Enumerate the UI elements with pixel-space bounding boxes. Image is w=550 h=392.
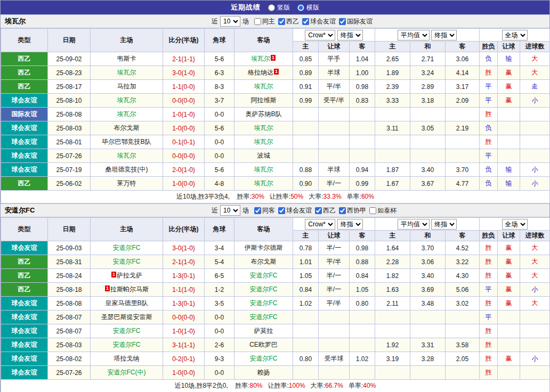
team-name[interactable]: 安道尔FC (113, 258, 141, 265)
team-name[interactable]: 萨拉戈萨 (117, 272, 142, 279)
handicap-away-odds: 0.98 (350, 241, 375, 255)
layout-option-horizontal[interactable]: 横版 (297, 3, 319, 12)
odds-company-select[interactable]: Crow* (305, 219, 335, 230)
team-name[interactable]: 布尔戈斯 (114, 124, 140, 132)
odds-stage-select[interactable]: 终指 (337, 30, 363, 40)
team-name[interactable]: 拉斯帕尔马斯 (110, 285, 149, 293)
team-name[interactable]: CE欧罗巴 (249, 341, 278, 348)
team-name[interactable]: 安道尔FC (250, 299, 278, 307)
team-name[interactable]: 埃瓦尔 (254, 124, 273, 132)
filter-checkbox[interactable] (339, 18, 346, 25)
filter-checkbox[interactable] (302, 18, 309, 25)
average-odds-select[interactable]: 平均值 (398, 30, 430, 40)
team-name[interactable]: 安道尔FC (250, 313, 278, 321)
team-name[interactable]: 安道尔FC(中) (108, 369, 146, 376)
filter-checkbox[interactable] (254, 18, 261, 25)
filter-checkbox-label: 西乙 (286, 17, 299, 26)
summary-record: 近10场,胜3平3负4, (176, 193, 231, 200)
team-name[interactable]: 安道尔FC (250, 285, 278, 293)
filter-checkbox-option[interactable]: 球会友谊 (278, 206, 312, 215)
team-name[interactable]: 埃瓦尔 (117, 96, 136, 104)
team-header-bar: 安道尔FC 近 10 场 同客球会友谊西乙西协甲如泰杯 (1, 203, 549, 217)
horizontal-layout-radio[interactable] (297, 4, 304, 11)
result-goals-cell: 大 (520, 52, 550, 66)
result-wdl-cell: 平 (480, 94, 498, 108)
team-name[interactable]: 伊斯卡尔德斯 (245, 244, 283, 251)
team-name[interactable]: 埃瓦尔 (254, 179, 273, 187)
home-team-cell: 马拉加 (91, 80, 163, 94)
filter-checkbox-option[interactable]: 球会友谊 (302, 17, 336, 26)
home-team-cell: 埃瓦尔 (91, 108, 163, 121)
filter-checkbox[interactable] (339, 207, 346, 214)
handicap-home-odds: 0.84 (293, 283, 319, 297)
team-name[interactable]: 布尔戈斯 (251, 258, 277, 265)
odds-stage-select[interactable]: 终指 (337, 219, 363, 230)
team-name[interactable]: 奥萨苏纳B队 (245, 110, 281, 118)
filter-checkbox-label: 球会友谊 (286, 206, 312, 215)
vertical-layout-radio[interactable] (268, 4, 275, 11)
corner-cell: 0-0 (205, 324, 234, 338)
team-name[interactable]: 莱万特 (117, 179, 136, 187)
result-handicap-cell (498, 121, 520, 135)
result-wdl-cell: 胜 (480, 66, 498, 80)
filter-checkbox[interactable] (369, 207, 376, 214)
team-name[interactable]: 赖扬 (257, 369, 270, 376)
filter-checkbox[interactable] (315, 207, 322, 214)
team-name[interactable]: 桑坦德竞技(中) (106, 166, 148, 173)
filter-checkbox[interactable] (278, 18, 285, 25)
team-name[interactable]: 格拉纳达 (248, 69, 273, 76)
average-stage-select[interactable]: 终指 (431, 219, 457, 230)
team-name[interactable]: 安道尔FC (113, 341, 141, 348)
handicap-away-odds: 1.02 (350, 352, 375, 366)
team-name[interactable]: 埃瓦尔 (251, 55, 270, 62)
team-name[interactable]: 圣瑟巴斯提安雷斯 (101, 313, 152, 321)
filter-checkbox-option[interactable]: 西乙 (315, 206, 336, 215)
filter-checkbox-option[interactable]: 如泰杯 (369, 206, 397, 215)
team-name[interactable]: 塔拉戈纳 (114, 355, 140, 362)
recent-count-select[interactable]: 10 (220, 205, 240, 216)
filter-checkbox-option[interactable]: 同主 (254, 17, 275, 26)
team-name[interactable]: 安道尔FC (113, 244, 141, 251)
team-name[interactable]: 韦斯卡 (117, 55, 136, 62)
filter-checkbox-option[interactable]: 西乙 (278, 17, 299, 26)
recent-count-select[interactable]: 10 (220, 16, 240, 27)
avg-away-odds (446, 324, 480, 338)
filter-checkbox-option[interactable]: 西协甲 (339, 206, 366, 215)
team-name[interactable]: 埃瓦尔 (254, 166, 273, 173)
col-ah-line: 让球 (319, 231, 350, 241)
result-goals-cell (520, 311, 550, 324)
layout-option-vertical[interactable]: 竖版 (268, 3, 290, 12)
team-name[interactable]: 安道尔FC (250, 272, 278, 279)
team-name[interactable]: 安道尔FC (113, 327, 141, 334)
team-name[interactable]: 埃瓦尔 (117, 152, 136, 159)
average-odds-select[interactable]: 平均值 (398, 219, 430, 230)
team-name[interactable]: 波城 (257, 152, 270, 159)
avg-draw-odds: 3.24 (410, 66, 446, 80)
handicap-line: 半/一 (319, 241, 350, 255)
fulltime-scope-select[interactable]: 全场 (502, 30, 528, 40)
team-name[interactable]: 阿拉维斯 (251, 96, 277, 104)
handicap-line (319, 311, 350, 324)
red-card-indicator: 1 (271, 55, 276, 61)
filter-checkbox-option[interactable]: 同客 (254, 206, 275, 215)
team-name[interactable]: 毕尔巴鄂竞技B队 (102, 138, 151, 145)
home-team-cell: 桑坦德竞技(中) (91, 163, 163, 177)
filter-checkbox-option[interactable]: 国际友谊 (339, 17, 373, 26)
team-name[interactable]: 安道尔FC (250, 355, 278, 362)
team-name[interactable]: 萨莫拉 (254, 327, 273, 334)
fulltime-scope-select[interactable]: 全场 (502, 219, 528, 230)
team-name[interactable]: 埃瓦尔 (117, 110, 136, 118)
odds-company-select[interactable]: Crow* (305, 30, 335, 40)
team-name[interactable]: 马拉加 (117, 83, 136, 90)
filter-checkbox[interactable] (278, 207, 285, 214)
average-stage-select[interactable]: 终指 (431, 30, 457, 40)
match-date-cell: 25-08-02 (48, 352, 91, 366)
col-avg-draw: 和 (410, 42, 446, 52)
filter-checkbox[interactable] (254, 207, 261, 214)
team-name[interactable]: 皇家马德里B队 (105, 299, 148, 307)
team-name[interactable]: 埃瓦尔 (254, 83, 273, 90)
result-goals-cell (520, 338, 550, 352)
team-name[interactable]: 埃瓦尔 (117, 69, 136, 76)
handicap-line (319, 121, 350, 135)
team-name[interactable]: 埃瓦尔 (254, 138, 273, 145)
